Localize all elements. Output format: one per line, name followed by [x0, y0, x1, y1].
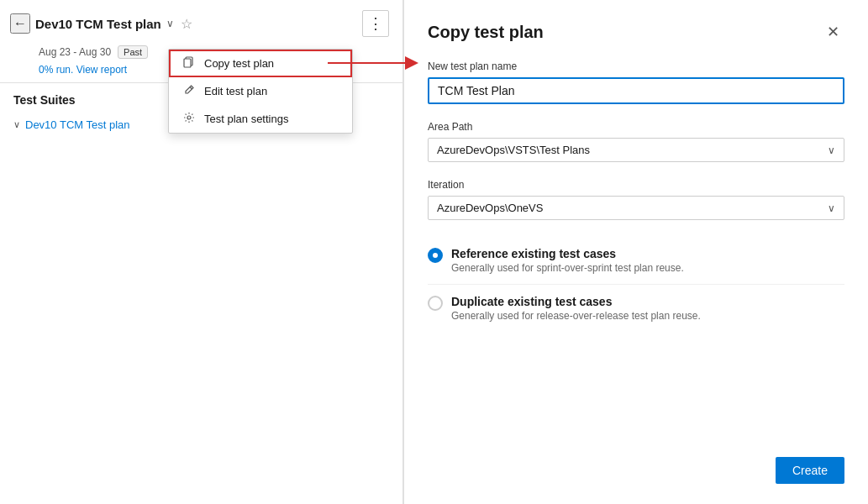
context-menu-edit[interactable]: Edit test plan — [169, 77, 352, 105]
chevron-down-icon: ∨ — [828, 144, 835, 156]
view-report-link[interactable]: View report — [76, 64, 127, 76]
svg-line-2 — [190, 87, 192, 90]
radio-selected-circle — [428, 248, 443, 263]
copy-test-plan-label: Copy test plan — [204, 57, 274, 70]
star-icon[interactable]: ☆ — [181, 16, 192, 32]
panel-footer: Create — [428, 457, 844, 484]
radio-text-reference: Reference existing test cases Generally … — [451, 247, 684, 274]
context-menu-copy[interactable]: Copy test plan — [169, 50, 352, 77]
edit-test-plan-label: Edit test plan — [204, 85, 267, 97]
date-range: Aug 23 - Aug 30 — [39, 46, 111, 58]
more-button[interactable]: ⋮ — [362, 10, 389, 37]
header-bar: ← Dev10 TCM Test plan ∨ ☆ ⋮ — [0, 0, 402, 44]
new-plan-name-input[interactable] — [428, 77, 844, 104]
chevron-down-icon[interactable]: ∨ — [166, 18, 174, 29]
suite-item-label: Dev10 TCM Test plan — [25, 118, 130, 131]
close-button[interactable]: ✕ — [821, 20, 844, 44]
radio-duplicate-label: Duplicate existing test cases — [451, 295, 701, 308]
radio-group: Reference existing test cases Generally … — [428, 237, 844, 332]
past-badge: Past — [118, 45, 148, 59]
radio-reference-desc: Generally used for sprint-over-sprint te… — [451, 262, 684, 274]
iteration-dropdown[interactable]: AzureDevOps\OneVS ∨ — [428, 196, 844, 220]
radio-unselected-circle — [428, 296, 443, 311]
iteration-field: Iteration AzureDevOps\OneVS ∨ — [428, 179, 844, 220]
right-panel: Copy test plan ✕ New test plan name Area… — [403, 0, 868, 504]
test-plan-settings-label: Test plan settings — [204, 113, 288, 125]
area-path-field: Area Path AzureDevOps\VSTS\Test Plans ∨ — [428, 121, 844, 162]
iteration-value: AzureDevOps\OneVS — [437, 202, 543, 214]
area-path-label: Area Path — [428, 121, 844, 133]
radio-dot — [433, 253, 438, 258]
edit-icon — [182, 84, 196, 98]
area-path-dropdown[interactable]: AzureDevOps\VSTS\Test Plans ∨ — [428, 138, 844, 162]
radio-duplicate-desc: Generally used for release-over-release … — [451, 310, 701, 322]
radio-text-duplicate: Duplicate existing test cases Generally … — [451, 295, 701, 322]
radio-reference[interactable]: Reference existing test cases Generally … — [428, 237, 844, 285]
panel-title: Copy test plan — [428, 23, 544, 42]
iteration-label: Iteration — [428, 179, 844, 191]
chevron-down-icon: ∨ — [828, 202, 835, 214]
back-button[interactable]: ← — [10, 13, 30, 34]
radio-duplicate[interactable]: Duplicate existing test cases Generally … — [428, 285, 844, 332]
context-menu-settings[interactable]: Test plan settings — [169, 105, 352, 133]
area-path-value: AzureDevOps\VSTS\Test Plans — [437, 144, 590, 156]
plan-title: Dev10 TCM Test plan — [35, 17, 161, 31]
new-plan-name-label: New test plan name — [428, 60, 844, 72]
copy-icon — [182, 56, 196, 71]
panel-header: Copy test plan ✕ — [428, 20, 844, 44]
settings-icon — [182, 112, 196, 126]
svg-rect-1 — [184, 59, 191, 67]
radio-reference-label: Reference existing test cases — [451, 247, 684, 260]
svg-point-3 — [187, 116, 191, 119]
chevron-down-icon: ∨ — [13, 119, 20, 130]
create-button[interactable]: Create — [776, 457, 844, 484]
left-panel: ← Dev10 TCM Test plan ∨ ☆ ⋮ Aug 23 - Aug… — [0, 0, 403, 504]
new-plan-name-field: New test plan name — [428, 60, 844, 104]
run-percentage: 0% run. — [39, 64, 73, 76]
context-menu: Copy test plan Edit test plan Test plan … — [168, 49, 353, 134]
